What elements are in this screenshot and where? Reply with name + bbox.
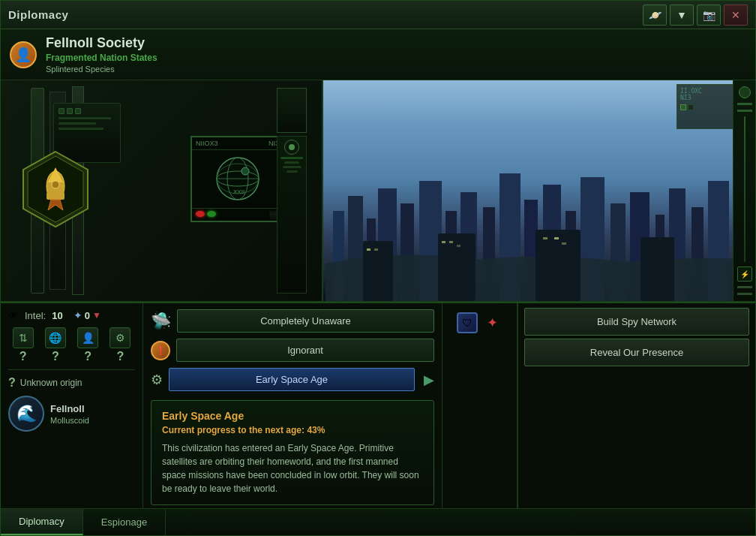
civ-hex-badge — [22, 150, 89, 231]
action-panel: Build Spy Network Reveal Our Presence — [518, 303, 755, 508]
ignorant-button[interactable]: Ignorant — [176, 339, 434, 362]
era-row: ⚙ Early Space Age ▶ — [151, 368, 434, 391]
era-settings-icon: ⚙ — [151, 372, 163, 388]
species-type: Molluscoid — [50, 416, 89, 425]
intel-row: 👁 Intel: 10 ✦ 0 ▼ — [8, 309, 135, 321]
intel-label: Intel: — [25, 310, 46, 321]
tooltip-progress-value: 43% — [307, 425, 325, 435]
era-tooltip: Early Space Age Current progress to the … — [151, 400, 434, 505]
svg-rect-42 — [442, 241, 446, 243]
target-icon: ✦ — [482, 312, 503, 333]
civilization-government: Fragmented Nation States — [46, 53, 158, 63]
title-buttons: 🪐 ▼ 📷 ✕ — [643, 5, 748, 26]
globe-screen: NIIOX3NI3 XXII — [190, 136, 284, 222]
svg-point-13 — [242, 167, 249, 175]
civ-emblem-icon: 🛡 — [457, 312, 478, 333]
svg-rect-4 — [46, 192, 52, 200]
svg-rect-40 — [367, 248, 370, 251]
stats-column-2: 🛸 Completely Unaware ❗ Ignorant ⚙ Early … — [143, 303, 442, 508]
trait-val-4: ? — [116, 350, 124, 363]
species-name: Fellnoll — [50, 403, 89, 414]
civilization-avatar: 👤 — [10, 41, 37, 68]
bottom-section: 👁 Intel: 10 ✦ 0 ▼ ⇅ ? — [1, 302, 755, 508]
dropdown-button[interactable]: ▼ — [670, 5, 694, 26]
global-icon: 🌐 — [45, 327, 66, 348]
intel-value: 10 — [52, 310, 62, 321]
intel-icons-pair: 🛡 ✦ — [457, 312, 503, 333]
red-triangle: ▼ — [92, 310, 101, 321]
trait-val-1: ? — [20, 350, 27, 363]
diplomacy-panel: 👁 Intel: 10 ✦ 0 ▼ ⇅ ? — [1, 303, 518, 508]
awareness-button[interactable]: Completely Unaware — [177, 309, 434, 333]
stats-column-1: 👁 Intel: 10 ✦ 0 ▼ ⇅ ? — [1, 303, 143, 508]
civilization-species: Splintered Species — [46, 65, 158, 74]
awareness-row: 🛸 Completely Unaware — [151, 309, 434, 333]
svg-point-6 — [52, 181, 59, 188]
close-button[interactable]: ✕ — [724, 5, 748, 26]
window-title: Diplomacy — [8, 8, 68, 21]
svg-rect-37 — [438, 233, 476, 301]
question-mark-icon: ? — [8, 376, 16, 390]
trait-grid: ⇅ ? 🌐 ? 👤 ? ⚙ ? — [8, 327, 135, 363]
build-spy-button[interactable]: Build Spy Network — [524, 308, 749, 336]
svg-text:XXII: XXII — [233, 188, 244, 195]
civilization-details: Fellnoll Society Fragmented Nation State… — [46, 35, 158, 74]
eye-icon: 👁 — [8, 309, 19, 321]
species-info: Fellnoll Molluscoid — [50, 403, 89, 425]
expansion-icon: ⇅ — [13, 327, 34, 348]
settings-icon: ⚙ — [110, 327, 130, 348]
svg-rect-47 — [562, 242, 566, 245]
ignorant-row: ❗ Ignorant — [151, 339, 434, 362]
civilization-viewport: NIIOX3NI3 XXII — [1, 80, 755, 302]
era-button[interactable]: Early Space Age — [169, 368, 415, 391]
unknown-origin-row: ? Unknown origin — [8, 369, 135, 390]
svg-rect-46 — [554, 237, 559, 239]
camera-button[interactable]: 📷 — [697, 5, 721, 26]
bottom-tabs: Diplomacy Espionage — [1, 508, 755, 535]
planet-button[interactable]: 🪐 — [643, 5, 667, 26]
trait-item-people: 👤 ? — [74, 327, 103, 363]
ignorant-icon: ❗ — [151, 341, 170, 360]
svg-rect-43 — [449, 241, 453, 243]
trait-val-3: ? — [84, 350, 92, 363]
title-bar: Diplomacy 🪐 ▼ 📷 ✕ — [1, 1, 755, 29]
era-arrow-icon: ▶ — [424, 372, 434, 388]
network-value: 0 — [85, 310, 90, 321]
svg-rect-39 — [640, 237, 674, 301]
network-icon: ✦ — [74, 309, 82, 321]
trait-item-settings: ⚙ ? — [106, 327, 135, 363]
svg-rect-44 — [457, 245, 460, 247]
people-icon: 👤 — [77, 327, 98, 348]
tab-espionage[interactable]: Espionage — [83, 509, 166, 535]
civilization-header: 👤 Fellnoll Society Fragmented Nation Sta… — [1, 29, 755, 80]
tab-diplomacy[interactable]: Diplomacy — [1, 509, 83, 535]
awareness-icon: 🛸 — [151, 312, 171, 331]
tooltip-body: This civilization has entered an Early S… — [162, 441, 423, 495]
tooltip-title: Early Space Age — [162, 410, 423, 422]
reveal-presence-button[interactable]: Reveal Our Presence — [524, 339, 749, 366]
trait-val-2: ? — [52, 350, 59, 363]
svg-rect-45 — [543, 237, 548, 239]
species-portrait: 🌊 — [8, 396, 44, 432]
intelligence-icons-col: 🛡 ✦ — [442, 303, 518, 508]
species-row: 🌊 Fellnoll Molluscoid — [8, 396, 135, 432]
trait-item-global: 🌐 ? — [40, 327, 70, 363]
civilization-name: Fellnoll Society — [46, 35, 158, 51]
trait-item-expansion: ⇅ ? — [8, 327, 38, 363]
svg-rect-5 — [58, 192, 64, 200]
svg-rect-38 — [536, 230, 580, 301]
unknown-origin-label: Unknown origin — [20, 378, 82, 388]
svg-rect-41 — [374, 248, 378, 251]
tooltip-progress: Current progress to the next age: 43% — [162, 425, 423, 435]
